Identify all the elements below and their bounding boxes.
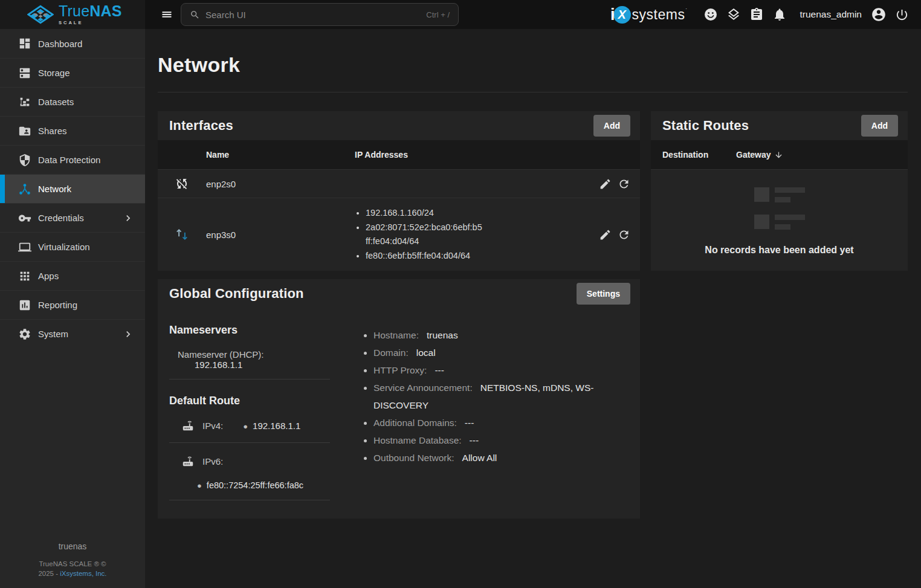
global-config-right-column: Hostname:truenas Domain:local HTTP Proxy… <box>363 308 624 500</box>
feedback-button[interactable] <box>703 7 718 22</box>
global-config-settings-button[interactable]: Settings <box>577 283 630 305</box>
sidebar-item-storage[interactable]: Storage <box>0 58 145 87</box>
sidebar-item-data-protection[interactable]: Data Protection <box>0 145 145 174</box>
sidebar-item-credentials[interactable]: Credentials <box>0 203 145 232</box>
edit-interface-button[interactable] <box>599 228 612 241</box>
link-state-disconnected-icon <box>158 176 206 191</box>
ipv4-gateway-value: 192.168.1.1 <box>253 421 300 431</box>
sidebar-item-system[interactable]: System <box>0 319 145 348</box>
sidebar-item-datasets[interactable]: Datasets <box>0 87 145 116</box>
account-button[interactable] <box>871 7 887 22</box>
ip-address: 2a02:8071:52e2:bca0:6ebf:b5ff:fe04:d04/6… <box>366 221 483 249</box>
column-header-gateway[interactable]: Gateway <box>736 150 908 160</box>
power-icon <box>895 8 909 22</box>
empty-state-text: No records have been added yet <box>705 245 853 256</box>
account-circle-icon <box>871 7 887 22</box>
detail-service-announcement: Service Announcement:NETBIOS-NS, mDNS, W… <box>373 379 624 414</box>
column-header-name: Name <box>206 150 355 160</box>
static-routes-card-title: Static Routes <box>662 118 749 134</box>
column-header-ip-addresses: IP Addresses <box>355 150 586 160</box>
ip-address: 192.168.1.160/24 <box>366 206 483 221</box>
sidebar-item-dashboard[interactable]: Dashboard <box>0 29 145 58</box>
interfaces-add-button[interactable]: Add <box>593 115 630 137</box>
router-icon <box>181 419 195 432</box>
power-button[interactable] <box>895 8 909 22</box>
key-icon <box>18 212 33 225</box>
search-shortcut-hint: Ctrl + / <box>426 10 450 19</box>
footer-copyright-line1: TrueNAS SCALE ® © <box>0 559 145 569</box>
search-input[interactable] <box>205 10 421 20</box>
topbar-brand-area: TrueNAS SCALE <box>0 0 145 29</box>
sidebar-footer: truenas TrueNAS SCALE ® © 2025 - iXsyste… <box>0 541 145 588</box>
gear-icon <box>18 328 33 341</box>
interface-row-enp2s0[interactable]: enp2s0 <box>158 169 640 198</box>
smiley-icon <box>703 7 718 22</box>
page-title: Network <box>158 53 908 77</box>
ixsystems-link[interactable]: iXsystems, Inc. <box>60 570 106 577</box>
notifications-button[interactable] <box>772 7 787 22</box>
truenas-logo-text: TrueNAS SCALE <box>59 4 122 25</box>
main-content: Network Interfaces Add Name IP Addresses <box>145 29 921 588</box>
shared-folder-icon <box>18 124 33 138</box>
default-route-heading: Default Route <box>169 395 330 407</box>
interface-name: enp3s0 <box>206 230 355 240</box>
sidebar-item-virtualization[interactable]: Virtualization <box>0 232 145 261</box>
ixsystems-x-badge: X <box>613 6 631 24</box>
truecommand-button[interactable] <box>726 7 741 22</box>
detail-additional-domains: Additional Domains:--- <box>373 414 624 431</box>
detail-outbound-network: Outbound Network:Allow All <box>373 449 624 467</box>
global-search: Ctrl + / <box>181 3 459 26</box>
global-config-details-list: Hostname:truenas Domain:local HTTP Proxy… <box>363 326 624 467</box>
laptop-icon <box>18 241 33 254</box>
ipv6-default-route: IPv6: <box>169 454 330 468</box>
chevron-right-icon <box>122 328 134 340</box>
edit-interface-button[interactable] <box>599 178 612 190</box>
static-routes-empty-state: No records have been added yet <box>651 169 908 271</box>
bell-icon <box>772 7 787 22</box>
ipv6-gateway-value: fe80::7254:25ff:fe66:fa8c <box>207 480 303 490</box>
ipv6-label: IPv6: <box>202 456 223 467</box>
dashboard-icon <box>18 37 33 50</box>
sidebar: Dashboard Storage Datasets Shares Data P <box>0 29 145 588</box>
footer-hostname: truenas <box>0 541 145 551</box>
link-state-traffic-icon <box>158 227 206 242</box>
global-configuration-card: Global Configuration Settings Nameserver… <box>158 279 640 519</box>
sidebar-item-shares[interactable]: Shares <box>0 116 145 145</box>
dataset-tree-icon <box>18 95 33 109</box>
ip-address: fe80::6ebf:b5ff:fe04:d04/64 <box>366 249 483 263</box>
jobs-button[interactable] <box>749 7 764 22</box>
static-routes-table-header: Destination Gateway <box>651 140 908 169</box>
interface-row-enp3s0[interactable]: enp3s0 192.168.1.160/24 2a02:8071:52e2:b… <box>158 198 640 271</box>
clipboard-icon <box>749 7 764 22</box>
sidebar-item-reporting[interactable]: Reporting <box>0 290 145 319</box>
global-config-card-title: Global Configuration <box>169 286 304 302</box>
interfaces-card: Interfaces Add Name IP Addresses enp2s0 <box>158 111 640 271</box>
menu-toggle-button[interactable] <box>158 6 175 23</box>
static-routes-add-button[interactable]: Add <box>861 115 898 137</box>
detail-domain: Domain:local <box>373 344 624 361</box>
detail-hostname: Hostname:truenas <box>373 326 624 344</box>
reset-interface-button[interactable] <box>618 228 630 241</box>
topbar: TrueNAS SCALE Ctrl + / i X systems ˙ <box>0 0 921 29</box>
ipv4-label: IPv4: <box>202 421 223 431</box>
ipv4-default-route: IPv4: ●192.168.1.1 <box>169 419 330 432</box>
empty-list-placeholder-graphic <box>754 187 805 230</box>
detail-http-proxy: HTTP Proxy:--- <box>373 361 624 379</box>
logo-edition: SCALE <box>59 21 122 25</box>
truenas-logo-mark-icon <box>27 5 54 24</box>
nameservers-heading: Nameservers <box>169 324 330 337</box>
chevron-right-icon <box>122 212 134 224</box>
interfaces-table-header: Name IP Addresses <box>158 140 640 169</box>
reset-interface-button[interactable] <box>618 178 630 190</box>
detail-hostname-database: Hostname Database:--- <box>373 431 624 449</box>
truenas-logo[interactable]: TrueNAS SCALE <box>27 4 122 25</box>
sidebar-item-apps[interactable]: Apps <box>0 261 145 290</box>
layers-icon <box>726 7 741 22</box>
username-label[interactable]: truenas_admin <box>800 9 862 20</box>
sidebar-item-network[interactable]: Network <box>0 174 145 203</box>
search-icon <box>190 10 200 20</box>
nameserver-dhcp-value: 192.168.1.1 <box>195 360 242 370</box>
column-header-destination[interactable]: Destination <box>651 150 736 160</box>
sort-descending-icon <box>774 150 783 160</box>
interfaces-card-title: Interfaces <box>169 118 233 134</box>
